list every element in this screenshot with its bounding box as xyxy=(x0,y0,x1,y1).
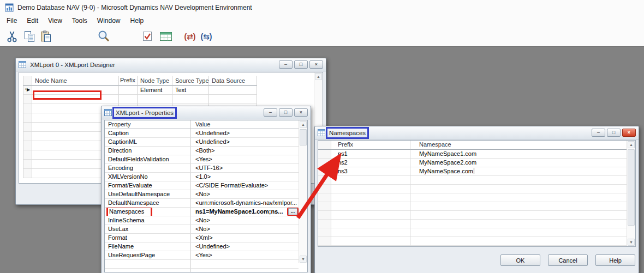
cell-prefix[interactable] xyxy=(331,228,410,237)
property-name[interactable]: DefaultNamespace xyxy=(105,199,191,208)
scrollbar-thumb[interactable] xyxy=(628,149,635,226)
property-value[interactable]: ns1=MyNameSpace1.com;ns... ... xyxy=(191,208,299,216)
property-name[interactable]: Caption xyxy=(105,129,191,138)
scroll-up-icon[interactable]: ▲ xyxy=(628,141,635,148)
scroll-up-icon[interactable]: ▲ xyxy=(300,121,307,128)
row-selector[interactable] xyxy=(318,193,331,202)
row-selector[interactable] xyxy=(318,202,331,211)
property-value[interactable]: <Yes> xyxy=(191,251,299,260)
minimize-button[interactable]: – xyxy=(279,60,293,69)
row-selector[interactable] xyxy=(23,95,32,104)
properties-titlebar[interactable]: XMLport - Properties – □ × xyxy=(102,106,311,119)
property-name[interactable] xyxy=(105,260,191,269)
cell-namespace[interactable] xyxy=(410,185,627,193)
cell-namespace[interactable]: MyNameSpace2.com xyxy=(410,159,627,167)
maximize-button[interactable]: □ xyxy=(607,129,621,137)
cell-namespace[interactable]: MyNameSpace1.com xyxy=(410,150,627,159)
cside-locals-button[interactable]: (⇆) xyxy=(199,28,214,45)
cell-prefix[interactable] xyxy=(119,95,138,104)
menu-view[interactable]: View xyxy=(43,15,67,27)
property-value[interactable]: <Both> xyxy=(191,147,299,155)
cside-symbols-button[interactable]: (⇄) xyxy=(182,28,198,45)
scroll-down-icon[interactable]: ▼ xyxy=(628,239,635,246)
cell-data-source[interactable] xyxy=(209,95,257,104)
property-name[interactable] xyxy=(105,269,191,272)
row-selector[interactable] xyxy=(318,228,331,237)
cell-namespace[interactable] xyxy=(410,220,627,228)
cell-prefix[interactable] xyxy=(331,202,410,211)
row-selector[interactable] xyxy=(318,220,331,228)
row-selector[interactable] xyxy=(23,160,32,169)
assist-edit-button[interactable]: ... xyxy=(288,208,297,215)
property-name[interactable]: Namespaces xyxy=(105,208,191,216)
cell-prefix[interactable] xyxy=(331,185,410,193)
minimize-button[interactable]: – xyxy=(592,129,605,137)
current-row-icon[interactable]: ▶ xyxy=(318,167,331,176)
menu-help[interactable]: Help xyxy=(126,15,149,27)
cell-namespace[interactable] xyxy=(410,211,627,220)
property-name[interactable]: Format/Evaluate xyxy=(105,181,191,190)
cell-namespace[interactable] xyxy=(410,237,627,246)
property-name[interactable]: InlineSchema xyxy=(105,216,191,225)
row-selector[interactable] xyxy=(23,150,32,160)
property-name[interactable]: FileName xyxy=(105,242,191,251)
menu-window[interactable]: Window xyxy=(92,15,126,27)
property-name[interactable]: XMLVersionNo xyxy=(105,173,191,181)
property-value[interactable]: <No> xyxy=(191,216,299,225)
maximize-button[interactable]: □ xyxy=(279,108,293,117)
property-value[interactable]: <Undefined> xyxy=(191,242,299,251)
row-selector[interactable] xyxy=(23,141,32,150)
property-value[interactable]: <No> xyxy=(191,190,299,199)
property-value[interactable]: <Xml> xyxy=(191,234,299,242)
scroll-up-icon[interactable]: ▲ xyxy=(315,73,322,80)
cell-data-source[interactable] xyxy=(209,86,257,95)
cancel-button[interactable]: Cancel xyxy=(548,254,588,266)
cell-prefix[interactable]: ns1 xyxy=(331,150,410,159)
property-name[interactable]: UseLax xyxy=(105,225,191,234)
maximize-button[interactable]: □ xyxy=(294,60,308,69)
row-selector[interactable] xyxy=(23,132,32,141)
row-selector[interactable] xyxy=(318,150,331,159)
app-titlebar[interactable]: Demo Database NAV (9-0) - Microsoft Dyna… xyxy=(0,0,644,15)
close-button[interactable]: × xyxy=(309,60,323,69)
cell-node-name[interactable] xyxy=(32,95,119,104)
find-button[interactable] xyxy=(96,28,111,45)
row-selector[interactable] xyxy=(318,237,331,246)
row-selector[interactable] xyxy=(318,185,331,193)
cell-prefix[interactable] xyxy=(331,220,410,228)
cell-prefix[interactable] xyxy=(331,176,410,185)
property-name[interactable]: CaptionML xyxy=(105,138,191,147)
property-value[interactable]: <Undefined> xyxy=(191,138,299,147)
ok-button[interactable]: OK xyxy=(500,254,540,266)
copy-button[interactable] xyxy=(22,28,37,45)
property-value[interactable]: <Yes> xyxy=(191,155,299,164)
property-name[interactable]: UseDefaultNamespace xyxy=(105,190,191,199)
cell-namespace[interactable] xyxy=(410,228,627,237)
table-designer-button[interactable] xyxy=(158,28,174,45)
cell-node-type[interactable] xyxy=(138,95,172,104)
property-value[interactable]: <C/SIDE Format/Evaluate> xyxy=(191,181,299,190)
row-selector[interactable] xyxy=(318,159,331,167)
property-value[interactable]: <UTF-16> xyxy=(191,164,299,173)
property-name[interactable]: DefaultFieldsValidation xyxy=(105,155,191,164)
cell-prefix[interactable] xyxy=(119,86,138,95)
property-name[interactable]: UseRequestPage xyxy=(105,251,191,260)
property-name[interactable]: Encoding xyxy=(105,164,191,173)
cell-source-type[interactable] xyxy=(172,95,209,104)
namespaces-titlebar[interactable]: Namespaces – □ × xyxy=(315,126,639,139)
namespaces-property-label[interactable]: Namespaces xyxy=(106,208,152,216)
minimize-button[interactable]: – xyxy=(264,108,277,117)
scroll-down-icon[interactable]: ▼ xyxy=(300,256,307,263)
row-selector[interactable] xyxy=(23,123,32,132)
close-button[interactable]: × xyxy=(294,108,308,117)
property-value[interactable]: <urn:microsoft-dynamics-nav/xmlpor... xyxy=(191,199,299,208)
cell-namespace[interactable] xyxy=(410,202,627,211)
cell-namespace[interactable] xyxy=(410,193,627,202)
cell-namespace[interactable] xyxy=(410,176,627,185)
help-button[interactable]: Help xyxy=(595,254,635,266)
property-value[interactable]: <No> xyxy=(191,225,299,234)
row-selector[interactable] xyxy=(23,169,32,178)
property-value[interactable] xyxy=(191,260,299,269)
cell-prefix[interactable] xyxy=(331,211,410,220)
row-selector[interactable] xyxy=(23,113,32,123)
